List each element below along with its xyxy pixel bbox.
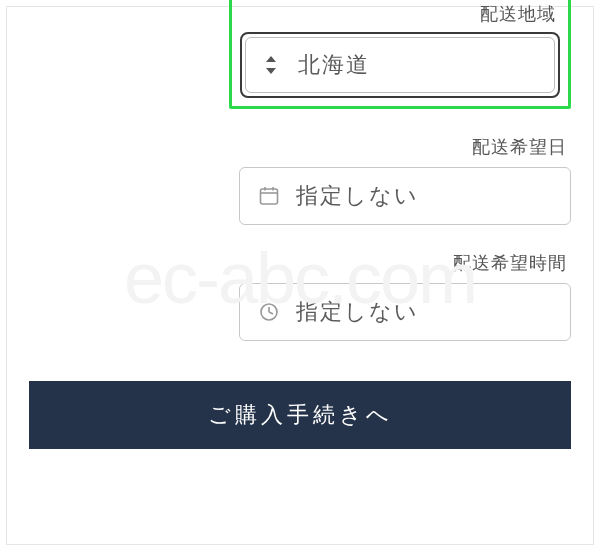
sort-icon [260,54,282,76]
select-inner: 北海道 [245,37,555,93]
label-delivery-date: 配送希望日 [29,135,571,159]
value-delivery-region: 北海道 [298,50,370,80]
highlight-region: 配送地域 北海道 [229,0,571,109]
label-delivery-region: 配送地域 [240,2,560,26]
proceed-checkout-button[interactable]: ご購入手続きへ [29,381,571,449]
field-delivery-region: 配送地域 北海道 [29,25,571,109]
svg-rect-0 [261,189,278,204]
calendar-icon [258,185,280,207]
label-delivery-time: 配送希望時間 [29,251,571,275]
field-delivery-date: 配送希望日 指定しない [29,135,571,225]
select-delivery-time[interactable]: 指定しない [239,283,571,341]
page-root: ec-abc.com 配送地域 北海道 [0,0,600,551]
cta-label: ご購入手続きへ [208,400,393,430]
checkout-panel: ec-abc.com 配送地域 北海道 [6,6,594,545]
select-delivery-date[interactable]: 指定しない [239,167,571,225]
svg-line-6 [269,312,273,314]
value-delivery-time: 指定しない [296,297,419,327]
clock-icon [258,301,280,323]
select-delivery-region[interactable]: 北海道 [240,32,560,98]
value-delivery-date: 指定しない [296,181,419,211]
field-delivery-time: 配送希望時間 指定しない [29,251,571,341]
